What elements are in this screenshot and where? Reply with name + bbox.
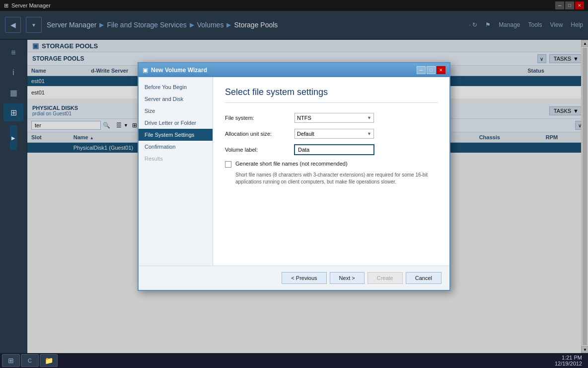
dialog-content: Select file system settings File system:… [213,77,449,266]
allocation-select[interactable]: Default ▼ [294,129,374,139]
taskbar: ⊞ C 📁 1:21 PM 12/19/2012 [0,353,588,368]
taskbar-start-button[interactable]: ⊞ [2,354,20,367]
nav-item-file-system-settings[interactable]: File System Settings [139,129,213,141]
volume-label-label: Volume label: [225,147,294,153]
volume-label-input[interactable] [294,145,374,155]
filesystem-dropdown-arrow: ▼ [367,115,371,120]
allocation-label: Allocation unit size: [225,131,294,137]
time-display: 1:21 PM [555,355,582,361]
dialog-close-button[interactable]: ✕ [437,66,445,74]
create-button[interactable]: Create [368,272,403,284]
cancel-button[interactable]: Cancel [406,272,441,284]
short-filename-checkbox[interactable] [225,161,231,168]
dialog-window-controls: ─ □ ✕ [417,66,445,74]
dialog-heading: Select file system settings [225,87,438,103]
date-display: 12/19/2012 [555,361,582,367]
allocation-control: Default ▼ [294,129,438,139]
filesystem-select[interactable]: NTFS ▼ [294,113,374,123]
form-row-filesystem: File system: NTFS ▼ [225,113,438,123]
dialog-minimize-button[interactable]: ─ [417,66,426,74]
next-button[interactable]: Next > [330,272,365,284]
filesystem-label: File system: [225,115,294,121]
filesystem-control: NTFS ▼ [294,113,438,123]
dialog-title-icon: ▣ [143,67,148,74]
allocation-value: Default [297,131,314,137]
nav-item-size[interactable]: Size [139,105,213,117]
nav-item-server-disk[interactable]: Server and Disk [139,93,213,105]
dialog-body: Before You Begin Server and Disk Size Dr… [139,77,449,266]
dialog-titlebar: ▣ New Volume Wizard ─ □ ✕ [139,63,449,77]
taskbar-time: 1:21 PM 12/19/2012 [555,355,586,367]
nav-item-before-you-begin[interactable]: Before You Begin [139,81,213,93]
dialog-maximize-button[interactable]: □ [427,66,436,74]
short-filename-checkbox-row: Generate short file names (not recommend… [225,161,438,168]
new-volume-wizard-dialog: ▣ New Volume Wizard ─ □ ✕ Before You Beg… [138,62,450,291]
taskbar-file-explorer-button[interactable]: C [21,354,39,367]
short-filename-label: Generate short file names (not recommend… [235,161,348,167]
nav-item-results: Results [139,153,213,165]
previous-button[interactable]: < Previous [282,272,326,284]
dialog-title-text: New Volume Wizard [151,67,207,74]
taskbar-folder-button[interactable]: 📁 [40,354,58,367]
modal-overlay: ▣ New Volume Wizard ─ □ ✕ Before You Beg… [0,0,588,353]
volume-label-control [294,145,438,155]
form-row-volume-label: Volume label: [225,145,438,155]
nav-item-drive-letter[interactable]: Drive Letter or Folder [139,117,213,129]
filesystem-value: NTFS [297,115,311,121]
short-filename-help-text: Short file names (8 characters with 3-ch… [235,172,438,185]
dialog-footer: < Previous Next > Create Cancel [139,266,449,290]
dialog-nav: Before You Begin Server and Disk Size Dr… [139,77,213,266]
nav-item-confirmation[interactable]: Confirmation [139,141,213,153]
allocation-dropdown-arrow: ▼ [367,131,371,136]
form-row-allocation: Allocation unit size: Default ▼ [225,129,438,139]
